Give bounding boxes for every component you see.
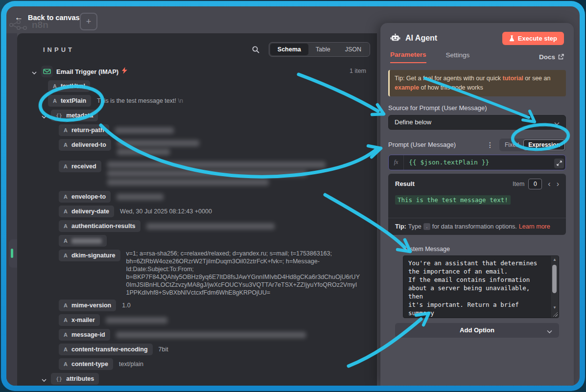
schema-row-delivery-date: Adelivery-dateWed, 30 Jul 2025 08:12:43 … [17,206,366,217]
string-type-icon: A [64,142,68,148]
expand-chevron-icon[interactable] [40,379,48,382]
schema-key-pill[interactable]: Areturn-path [59,124,109,136]
schema-row-metadata: {}metadata [17,110,366,121]
add-option-label: Add Option [460,326,494,334]
schema-key-name: envelope-to [71,193,106,200]
schema-key-pill[interactable]: AtextPlain [48,95,91,107]
tab-parameters[interactable]: Parameters [390,51,426,63]
tip-text: or see an [523,75,551,82]
back-to-canvas-button[interactable]: ← Back to canvas [15,13,80,22]
mode-fixed[interactable]: Fixed [500,140,523,150]
prompt-param-row: Prompt (User Message) ⋮ Fixed Expression [388,138,566,151]
schema-key-name: textHtml [61,83,85,90]
schema-row-textHtml: AtextHtml [17,80,366,92]
resize-grip-icon[interactable] [553,312,558,317]
schema-row-delivered-to: Adelivered-to [17,139,366,158]
schema-key-pill[interactable]: Adkim-signature [59,250,120,261]
expression-value[interactable]: {{ $json.textPlain }} [404,155,565,170]
prev-item-button[interactable]: ‹ [548,180,550,188]
prompt-expression-field[interactable]: fx {{ $json.textPlain }} [388,155,566,170]
scroll-up-icon[interactable]: ▲ [553,257,557,262]
view-tab-table[interactable]: Table [308,44,338,55]
schema-key-name: received [71,163,96,170]
schema-value: This is the test message text! \n [97,97,183,105]
execute-step-button[interactable]: Execute step [502,32,564,45]
system-message-textarea[interactable]: You're an assistant that determines the … [403,255,559,318]
schema-key-pill[interactable]: Aauthentication-results [59,220,141,232]
string-type-icon: A [64,253,68,258]
expand-chevron-icon[interactable] [40,115,48,119]
view-switcher: Schema Table JSON [269,42,370,57]
item-index-input[interactable]: 0 [528,179,542,189]
schema-key-name: attributes [66,375,94,382]
schema-key-pill[interactable]: {}attributes [51,373,99,385]
object-icon: {} [56,113,62,119]
learn-more-link[interactable]: Learn more [519,223,550,230]
node-tabs: Parameters Settings Docs [390,50,564,63]
schema-key-pill[interactable]: AtextHtml [48,80,90,92]
schema-key-pill[interactable]: Acontent-transfer-encoding [59,344,153,355]
tutorial-link[interactable]: tutorial [502,75,523,82]
mode-expression[interactable]: Expression [523,139,565,150]
search-icon[interactable] [252,46,260,54]
textarea-scrollbar[interactable]: ▲ ▼ [550,256,559,318]
object-icon: {} [56,376,62,382]
back-arrow-icon: ← [15,13,23,22]
schema-key-pill[interactable]: A [59,235,107,247]
scroll-down-icon[interactable]: ▼ [553,305,557,310]
source-prompt-select[interactable]: Define below [388,115,566,130]
string-type-icon: A [53,83,57,89]
tip-text: of how this node works [419,84,483,91]
execute-step-label: Execute step [518,35,557,42]
schema-key-pill[interactable]: Aenvelope-to [59,191,111,203]
schema-key-pill[interactable]: Acontent-type [59,358,113,370]
source-prompt-value: Define below [395,118,431,126]
schema-key-pill[interactable]: Amime-version [59,300,116,311]
view-tab-schema[interactable]: Schema [270,44,308,55]
node-header: AI Agent Execute step [390,31,564,46]
schema-key-name: return-path [71,127,104,134]
string-type-icon: A [64,223,68,229]
schema-key-pill[interactable]: Ax-mailer [59,314,100,326]
schema-key-pill[interactable]: Areceived [59,161,101,172]
textarea-scrollbar-thumb[interactable] [552,265,557,293]
expand-icon [557,161,562,166]
schema-key-name: dkim-signature [71,252,116,259]
schema-key-pill[interactable]: {}metadata [51,110,98,121]
back-label: Back to canvas [28,14,80,22]
schema-key-name: metadata [66,112,93,119]
example-link[interactable]: example [395,84,419,91]
tab-settings[interactable]: Settings [446,51,470,63]
schema-row-dkim-signature: Adkim-signaturev=1; a=rsa-sha256; c=rela… [17,250,366,297]
schema-key-name: x-mailer [71,317,95,323]
redacted-value [146,221,275,232]
chevron-down-icon [547,328,552,335]
tip-text: Type [408,223,422,230]
schema-row-redacted: A [17,235,366,247]
schema-value: 1.0 [122,301,130,309]
schema-key-name: content-transfer-encoding [71,346,148,353]
expand-expression-button[interactable] [554,159,564,168]
result-value-line: This is the test message text! [395,195,559,204]
schema-key-pill[interactable]: Amessage-id [59,329,110,341]
expand-chevron-icon[interactable] [30,71,38,75]
schema-key-pill[interactable]: Adelivery-date [59,206,114,217]
schema-key-name: message-id [71,331,105,338]
source-prompt-label: Source for Prompt (User Message) [388,104,566,112]
string-type-icon: A [64,208,68,214]
tip-bold: Tip: [395,223,406,230]
schema-row-authentication-results: Aauthentication-results [17,220,366,232]
redacted-key [71,238,102,244]
add-option-button[interactable]: Add Option [395,323,559,338]
string-type-icon: A [64,194,68,200]
flask-icon [509,35,515,42]
docs-link[interactable]: Docs [539,53,564,61]
result-value: This is the test message text! [395,195,511,205]
param-options-menu[interactable]: ⋮ [487,141,493,149]
tip-text: for data transformation options. [432,223,517,230]
new-tab-button[interactable]: + [80,13,97,30]
view-tab-json[interactable]: JSON [338,44,369,55]
schema-key-pill[interactable]: Adelivered-to [59,139,111,151]
next-item-button[interactable]: › [557,180,559,188]
plus-icon: + [86,17,92,27]
